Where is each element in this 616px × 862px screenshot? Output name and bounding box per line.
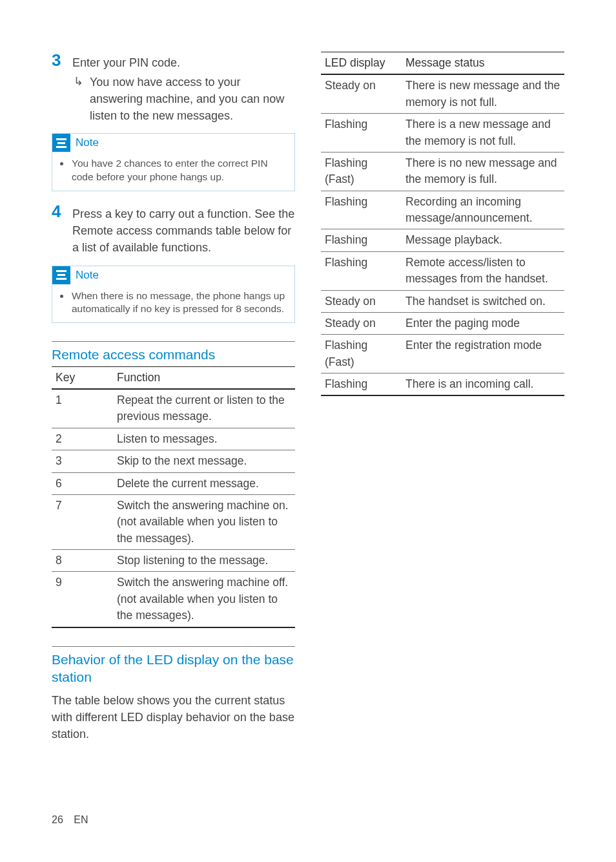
table-row: FlashingThere is an incoming call.	[321, 373, 564, 396]
step-result: ↳ You now have access to your answering …	[72, 74, 295, 124]
note-box-2: Note When there is no message, the phone…	[52, 266, 295, 324]
note-body: You have 2 chances to enter the correct …	[52, 152, 294, 191]
note-title: Note	[76, 269, 99, 282]
table-row: Steady onEnter the paging mode	[321, 312, 564, 334]
step-body: Enter your PIN code. ↳ You now have acce…	[72, 52, 295, 124]
cell-status: There is no new message and the memory i…	[402, 152, 564, 191]
note-header: Note	[52, 266, 294, 284]
page-number: 26	[52, 814, 63, 825]
cell-status: Enter the paging mode	[402, 312, 564, 334]
cell-led: Steady on	[321, 312, 402, 334]
note-text: When there is no message, the phone hang…	[70, 289, 287, 317]
table-row: 3Skip to the next message.	[52, 450, 295, 472]
cell-key: 6	[52, 472, 113, 494]
cell-func: Delete the current message.	[113, 472, 295, 494]
cell-func: Listen to messages.	[113, 428, 295, 450]
step-3: 3 Enter your PIN code. ↳ You now have ac…	[52, 52, 295, 124]
cell-key: 3	[52, 450, 113, 472]
table-row: Steady onThe handset is switched on.	[321, 290, 564, 312]
cell-func: Stop listening to the message.	[113, 550, 295, 572]
cell-status: Message playback.	[402, 229, 564, 251]
table-row: 1Repeat the current or listen to the pre…	[52, 389, 295, 428]
cell-func: Skip to the next message.	[113, 450, 295, 472]
behavior-intro: The table below shows you the current st…	[52, 692, 295, 742]
table-row: 7Switch the answering machine on. (not a…	[52, 494, 295, 549]
page-lang: EN	[74, 814, 88, 825]
cell-status: The handset is switched on.	[402, 290, 564, 312]
page-footer: 26 EN	[52, 814, 88, 826]
cell-status: There is new message and the memory is n…	[402, 74, 564, 113]
section-title-remote: Remote access commands	[52, 341, 295, 363]
cell-key: 1	[52, 389, 113, 428]
step-body: Press a key to carry out a function. See…	[72, 203, 295, 256]
note-text: You have 2 chances to enter the correct …	[70, 157, 287, 184]
cell-key: 9	[52, 572, 113, 627]
step-4: 4 Press a key to carry out a function. S…	[52, 203, 295, 256]
cell-status: There is a new message and the memory is…	[402, 114, 564, 152]
col-status: Message status	[402, 52, 564, 75]
arrow-icon: ↳	[74, 74, 83, 124]
cell-led: Flashing	[321, 229, 402, 251]
note-body: When there is no message, the phone hang…	[52, 284, 294, 323]
cell-func: Switch the answering machine off. (not a…	[113, 572, 295, 627]
cell-led: Flashing	[321, 114, 402, 152]
step-number: 3	[52, 52, 63, 124]
cell-led: Flashing (Fast)	[321, 335, 402, 373]
table-row: Flashing (Fast)There is no new message a…	[321, 152, 564, 191]
cell-led: Flashing (Fast)	[321, 152, 402, 191]
table-row: 9Switch the answering machine off. (not …	[52, 572, 295, 627]
cell-func: Switch the answering machine on. (not av…	[113, 494, 295, 549]
cell-status: Remote access/listen to messages from th…	[402, 251, 564, 290]
cell-key: 7	[52, 494, 113, 549]
cell-led: Flashing	[321, 373, 402, 396]
col-key: Key	[52, 366, 113, 389]
note-title: Note	[76, 136, 99, 149]
cell-status: Enter the registration mode	[402, 335, 564, 373]
table-row: Steady onThere is new message and the me…	[321, 74, 564, 113]
right-column: LED display Message status Steady onTher…	[321, 52, 564, 742]
cell-key: 2	[52, 428, 113, 450]
col-function: Function	[113, 366, 295, 389]
table-row: FlashingThere is a new message and the m…	[321, 114, 564, 152]
step-number: 4	[52, 203, 63, 256]
table-row: FlashingRemote access/listen to messages…	[321, 251, 564, 290]
table-row: 2Listen to messages.	[52, 428, 295, 450]
cell-status: Recording an incoming message/announceme…	[402, 191, 564, 229]
section-title-behavior: Behavior of the LED display on the base …	[52, 646, 295, 686]
led-table: LED display Message status Steady onTher…	[321, 52, 564, 396]
cell-led: Steady on	[321, 74, 402, 113]
step-result-text: You now have access to your answering ma…	[90, 74, 295, 124]
cell-led: Flashing	[321, 251, 402, 290]
note-icon	[52, 266, 70, 284]
page-content: 3 Enter your PIN code. ↳ You now have ac…	[0, 0, 616, 768]
table-row: FlashingRecording an incoming message/an…	[321, 191, 564, 229]
note-icon	[52, 134, 70, 152]
cell-led: Flashing	[321, 191, 402, 229]
remote-commands-table: Key Function 1Repeat the current or list…	[52, 366, 295, 628]
table-row: 6Delete the current message.	[52, 472, 295, 494]
cell-status: There is an incoming call.	[402, 373, 564, 396]
step-text: Press a key to carry out a function. See…	[72, 205, 295, 256]
step-text: Enter your PIN code.	[72, 54, 295, 71]
cell-key: 8	[52, 550, 113, 572]
note-header: Note	[52, 134, 294, 152]
table-row: FlashingMessage playback.	[321, 229, 564, 251]
cell-led: Steady on	[321, 290, 402, 312]
table-row: Flashing (Fast)Enter the registration mo…	[321, 335, 564, 373]
note-box-1: Note You have 2 chances to enter the cor…	[52, 133, 295, 191]
col-led: LED display	[321, 52, 402, 75]
left-column: 3 Enter your PIN code. ↳ You now have ac…	[52, 52, 295, 742]
table-row: 8Stop listening to the message.	[52, 550, 295, 572]
cell-func: Repeat the current or listen to the prev…	[113, 389, 295, 428]
